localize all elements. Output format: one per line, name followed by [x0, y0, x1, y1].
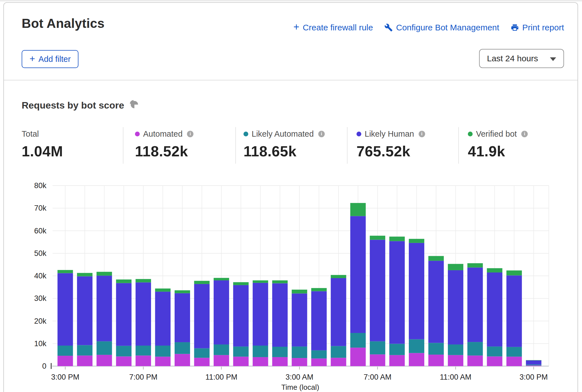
- bar-segment-automated[interactable]: [370, 354, 385, 366]
- info-icon[interactable]: i: [187, 131, 193, 137]
- bar-segment-likely-human[interactable]: [272, 283, 288, 347]
- bar-segment-likely-automated[interactable]: [370, 341, 385, 355]
- bar-segment-likely-automated[interactable]: [214, 344, 229, 355]
- bar-segment-likely-automated[interactable]: [331, 346, 346, 358]
- bar-segment-likely-automated[interactable]: [136, 346, 151, 355]
- bar-segment-automated[interactable]: [487, 356, 502, 366]
- bar-segment-likely-human[interactable]: [389, 241, 405, 344]
- bar-segment-likely-human[interactable]: [116, 283, 132, 346]
- add-filter-button[interactable]: + Add filter: [22, 50, 78, 68]
- bar-segment-automated[interactable]: [331, 358, 346, 366]
- bar-segment-automated[interactable]: [409, 353, 424, 366]
- bar-segment-automated[interactable]: [175, 354, 190, 366]
- requests-by-bot-score-chart[interactable]: 010k20k30k40k50k60k70k80kRequests3:00 PM…: [0, 177, 582, 392]
- info-icon[interactable]: i: [419, 131, 425, 137]
- bar-segment-likely-human[interactable]: [370, 240, 385, 341]
- bar-segment-verified-bot[interactable]: [409, 239, 424, 243]
- bar-segment-automated[interactable]: [292, 358, 307, 366]
- bar-segment-verified-bot[interactable]: [389, 236, 405, 241]
- bar-segment-verified-bot[interactable]: [350, 203, 366, 216]
- bar-segment-automated[interactable]: [389, 355, 405, 366]
- info-icon[interactable]: i: [521, 131, 528, 137]
- bar-segment-likely-human[interactable]: [233, 285, 249, 346]
- bar-segment-likely-human[interactable]: [155, 292, 171, 346]
- bar-segment-verified-bot[interactable]: [331, 275, 346, 278]
- bar-segment-likely-automated[interactable]: [155, 346, 171, 357]
- bar-segment-likely-automated[interactable]: [350, 333, 366, 348]
- bar-segment-verified-bot[interactable]: [526, 360, 542, 361]
- bar-segment-likely-human[interactable]: [428, 261, 444, 343]
- bar-segment-likely-automated[interactable]: [389, 344, 405, 355]
- bar-segment-likely-automated[interactable]: [428, 343, 444, 355]
- bar-segment-likely-automated[interactable]: [526, 364, 542, 365]
- bar-segment-automated[interactable]: [506, 357, 522, 366]
- bar-segment-automated[interactable]: [233, 357, 249, 366]
- bar-segment-automated[interactable]: [136, 355, 151, 366]
- bar-segment-likely-human[interactable]: [409, 243, 424, 339]
- bar-segment-likely-human[interactable]: [448, 270, 463, 344]
- bar-segment-likely-automated[interactable]: [409, 339, 424, 353]
- bar-segment-likely-human[interactable]: [526, 360, 542, 364]
- bar-segment-automated[interactable]: [58, 356, 73, 366]
- bar-segment-likely-automated[interactable]: [467, 342, 483, 355]
- bar-segment-verified-bot[interactable]: [58, 270, 73, 273]
- bar-segment-likely-automated[interactable]: [272, 347, 288, 357]
- bar-segment-verified-bot[interactable]: [214, 278, 229, 280]
- bar-segment-verified-bot[interactable]: [506, 271, 522, 276]
- bar-segment-likely-automated[interactable]: [116, 346, 132, 357]
- bar-segment-likely-automated[interactable]: [311, 350, 327, 359]
- bar-segment-likely-automated[interactable]: [194, 348, 209, 358]
- bar-segment-likely-human[interactable]: [58, 273, 73, 346]
- bar-segment-automated[interactable]: [272, 357, 288, 366]
- bar-segment-likely-human[interactable]: [77, 276, 93, 345]
- bar-segment-likely-human[interactable]: [214, 280, 229, 344]
- bar-segment-likely-human[interactable]: [350, 216, 366, 333]
- bar-segment-likely-automated[interactable]: [448, 344, 463, 355]
- bar-segment-likely-human[interactable]: [467, 267, 483, 342]
- bar-segment-verified-bot[interactable]: [311, 288, 327, 291]
- bar-segment-likely-automated[interactable]: [175, 342, 190, 354]
- bar-segment-likely-automated[interactable]: [487, 346, 502, 356]
- bar-segment-automated[interactable]: [214, 355, 229, 366]
- bar-segment-automated[interactable]: [428, 355, 444, 366]
- bar-segment-verified-bot[interactable]: [467, 263, 483, 267]
- bar-segment-verified-bot[interactable]: [292, 290, 307, 294]
- bar-segment-verified-bot[interactable]: [96, 272, 112, 276]
- bar-segment-likely-automated[interactable]: [253, 346, 268, 357]
- bar-segment-likely-automated[interactable]: [506, 347, 522, 357]
- bar-segment-automated[interactable]: [311, 359, 327, 366]
- bar-segment-verified-bot[interactable]: [136, 279, 151, 282]
- bar-segment-likely-human[interactable]: [253, 283, 268, 346]
- bar-segment-likely-human[interactable]: [136, 282, 151, 346]
- bar-segment-verified-bot[interactable]: [428, 256, 444, 261]
- bar-segment-likely-human[interactable]: [292, 294, 307, 347]
- info-icon[interactable]: i: [318, 131, 325, 137]
- bar-segment-likely-human[interactable]: [506, 275, 522, 347]
- bar-segment-verified-bot[interactable]: [370, 236, 385, 240]
- bar-segment-verified-bot[interactable]: [233, 282, 249, 285]
- bar-segment-likely-automated[interactable]: [58, 346, 73, 356]
- bar-segment-likely-automated[interactable]: [77, 345, 93, 355]
- bar-segment-likely-automated[interactable]: [233, 346, 249, 357]
- bar-segment-verified-bot[interactable]: [272, 280, 288, 283]
- bar-segment-likely-human[interactable]: [194, 284, 209, 348]
- bar-segment-likely-human[interactable]: [331, 278, 346, 346]
- bar-segment-likely-human[interactable]: [96, 276, 112, 341]
- bar-segment-likely-human[interactable]: [175, 293, 190, 342]
- bar-segment-verified-bot[interactable]: [175, 290, 190, 293]
- bar-segment-likely-human[interactable]: [487, 272, 502, 346]
- bar-segment-automated[interactable]: [526, 366, 542, 366]
- bar-segment-verified-bot[interactable]: [155, 289, 171, 292]
- bar-segment-automated[interactable]: [96, 355, 112, 366]
- bar-segment-verified-bot[interactable]: [448, 264, 463, 270]
- bar-segment-likely-automated[interactable]: [96, 341, 112, 355]
- bar-segment-automated[interactable]: [350, 348, 366, 366]
- print-report-link[interactable]: Print report: [511, 23, 564, 32]
- time-range-select[interactable]: Last 24 hours: [479, 49, 564, 68]
- bar-segment-automated[interactable]: [116, 356, 132, 366]
- bar-segment-likely-automated[interactable]: [292, 346, 307, 358]
- bar-segment-verified-bot[interactable]: [253, 280, 268, 283]
- bar-segment-verified-bot[interactable]: [77, 273, 93, 276]
- bar-segment-likely-human[interactable]: [311, 291, 327, 350]
- bar-segment-automated[interactable]: [77, 355, 93, 366]
